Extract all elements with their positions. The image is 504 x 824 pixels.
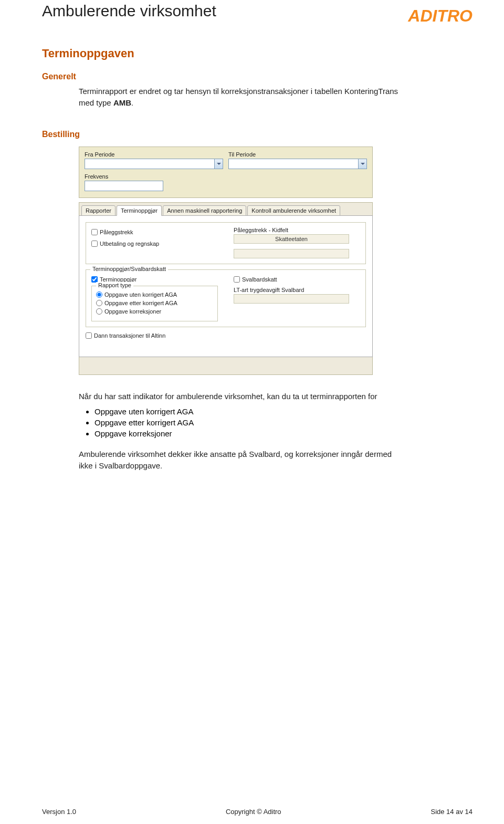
fra-periode-combo[interactable] [85, 159, 223, 169]
heading-generelt: Generelt [42, 72, 472, 81]
radio-r2-input[interactable] [96, 300, 102, 306]
tab-annen[interactable]: Annen maskinell rapportering [163, 205, 246, 216]
label-frekvens: Frekvens [85, 173, 367, 180]
bullet-2: Oppgave etter korrigert AGA [94, 418, 472, 427]
radio-oppgave-korreksjoner[interactable]: Oppgave korreksjoner [96, 308, 213, 315]
label-fra-periode: Fra Periode [85, 151, 223, 158]
heading-bestilling: Bestilling [42, 130, 472, 139]
legend-rapporttype: Rapport type [96, 282, 133, 288]
readonly-box-2 [234, 249, 349, 258]
footer-copyright: Copyright © Aditro [226, 808, 281, 816]
dialog-bottom-strip [79, 357, 373, 375]
checkbox-utbetaling-label: Utbetaling og regnskap [100, 241, 159, 247]
radio-r1-input[interactable] [96, 291, 102, 298]
page-title: Ambulerende virksomhet [42, 2, 216, 20]
tabstrip: Rapporter Terminoppgjør Annen maskinell … [79, 202, 373, 215]
label-kidfelt: Påleggstrekk - Kidfelt [234, 227, 360, 233]
rapporttype-group: Rapport type Oppgave uten korrigert AGA … [91, 286, 218, 321]
chevron-down-icon[interactable] [214, 159, 223, 169]
checkbox-paleggstrekk-label: Påleggstrekk [100, 229, 133, 235]
checkbox-svalbardskatt[interactable]: Svalbardskatt [234, 276, 360, 283]
dialog-screenshot: Fra Periode Til Periode Frekvens Rappo [79, 147, 373, 375]
brand-logo: ADITRO [408, 2, 472, 26]
legend-terminoppgjor-svalbard: Terminoppgjør/Svalbardskatt [90, 266, 168, 272]
checkbox-paleggstrekk-input[interactable] [91, 229, 98, 235]
ltart-box [234, 294, 349, 304]
after-ss-paragraph: Når du har satt indikator for ambulerend… [42, 391, 472, 402]
checkbox-paleggstrekk[interactable]: Påleggstrekk [91, 229, 218, 235]
radio-oppgave-uten-korrigert[interactable]: Oppgave uten korrigert AGA [96, 291, 213, 298]
footer-version: Versjon 1.0 [42, 808, 76, 816]
tab-kontroll[interactable]: Kontroll ambulerende virksomhet [247, 205, 340, 216]
label-til-periode: Til Periode [228, 151, 367, 158]
bullet-list: Oppgave uten korrigert AGA Oppgave etter… [42, 407, 472, 438]
bullet-3: Oppgave korreksjoner [94, 429, 472, 438]
label-ltart: LT-art trygdeavgift Svalbard [234, 287, 360, 293]
bullet-1: Oppgave uten korrigert AGA [94, 407, 472, 416]
radio-r3-input[interactable] [96, 308, 102, 315]
radio-r2-label: Oppgave etter korrigert AGA [104, 300, 177, 306]
checkbox-utbetaling[interactable]: Utbetaling og regnskap [91, 241, 218, 247]
checkbox-dann-altinn-input[interactable] [86, 332, 92, 339]
intro-paragraph: Terminrapport er endret og tar hensyn ti… [42, 86, 472, 109]
page-footer: Versjon 1.0 Copyright © Aditro Side 14 a… [42, 808, 472, 816]
checkbox-dann-altinn-label: Dann transaksjoner til Altinn [94, 332, 165, 339]
heading-terminoppgaven: Terminoppgaven [42, 47, 472, 60]
checkbox-svalbardskatt-input[interactable] [234, 276, 240, 283]
til-periode-combo[interactable] [228, 159, 367, 169]
intro-text-bold: AMB [113, 98, 131, 107]
checkbox-dann-altinn[interactable]: Dann transaksjoner til Altinn [86, 332, 366, 339]
checkbox-utbetaling-input[interactable] [91, 241, 98, 247]
footer-page-number: Side 14 av 14 [430, 808, 472, 816]
radio-r3-label: Oppgave korreksjoner [104, 308, 161, 315]
radio-r1-label: Oppgave uten korrigert AGA [104, 291, 177, 298]
tab-rapporter[interactable]: Rapporter [81, 205, 116, 216]
checkbox-svalbardskatt-label: Svalbardskatt [242, 276, 277, 283]
radio-oppgave-etter-korrigert[interactable]: Oppgave etter korrigert AGA [96, 300, 213, 306]
closing-paragraph: Ambulerende virksomhet dekker ikke ansat… [42, 448, 472, 472]
tab-terminoppgjor[interactable]: Terminoppgjør [117, 205, 162, 216]
chevron-down-icon[interactable] [358, 159, 366, 169]
kidfelt-box: Skatteetaten [234, 234, 349, 244]
intro-text-c: . [131, 98, 133, 107]
frekvens-input[interactable] [85, 181, 163, 191]
